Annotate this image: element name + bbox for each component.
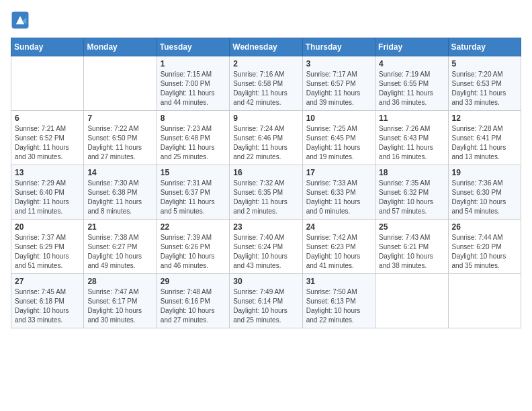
day-number: 11 [379, 113, 444, 123]
day-info: Sunrise: 7:49 AM Sunset: 6:14 PM Dayligh… [233, 287, 298, 325]
day-info: Sunrise: 7:22 AM Sunset: 6:50 PM Dayligh… [87, 124, 152, 162]
day-info: Sunrise: 7:33 AM Sunset: 6:33 PM Dayligh… [306, 179, 371, 216]
day-info: Sunrise: 7:26 AM Sunset: 6:43 PM Dayligh… [379, 124, 444, 162]
calendar-week-2: 6Sunrise: 7:21 AM Sunset: 6:52 PM Daylig… [11, 111, 521, 165]
day-info: Sunrise: 7:24 AM Sunset: 6:46 PM Dayligh… [233, 124, 298, 162]
day-number: 3 [306, 59, 371, 68]
day-info: Sunrise: 7:20 AM Sunset: 6:53 PM Dayligh… [452, 70, 517, 107]
day-number: 21 [87, 222, 152, 232]
calendar-cell: 29Sunrise: 7:48 AM Sunset: 6:16 PM Dayli… [157, 274, 229, 328]
day-number: 28 [87, 277, 152, 286]
calendar-cell: 15Sunrise: 7:31 AM Sunset: 6:37 PM Dayli… [157, 165, 229, 220]
day-info: Sunrise: 7:37 AM Sunset: 6:29 PM Dayligh… [15, 233, 80, 271]
day-number: 14 [87, 168, 152, 177]
column-header-friday: Friday [375, 38, 448, 56]
day-info: Sunrise: 7:43 AM Sunset: 6:21 PM Dayligh… [379, 233, 444, 271]
calendar-cell: 28Sunrise: 7:47 AM Sunset: 6:17 PM Dayli… [84, 274, 157, 328]
day-info: Sunrise: 7:38 AM Sunset: 6:27 PM Dayligh… [87, 233, 152, 271]
day-info: Sunrise: 7:36 AM Sunset: 6:30 PM Dayligh… [452, 179, 517, 216]
logo-icon [11, 11, 30, 30]
day-number: 20 [15, 222, 80, 232]
page-header [11, 11, 521, 30]
day-info: Sunrise: 7:19 AM Sunset: 6:55 PM Dayligh… [379, 70, 444, 107]
day-info: Sunrise: 7:48 AM Sunset: 6:16 PM Dayligh… [161, 287, 226, 325]
day-info: Sunrise: 7:28 AM Sunset: 6:41 PM Dayligh… [452, 124, 517, 162]
calendar-cell [375, 274, 448, 328]
day-number: 8 [161, 113, 226, 123]
calendar-cell: 11Sunrise: 7:26 AM Sunset: 6:43 PM Dayli… [375, 111, 448, 165]
day-number: 29 [161, 277, 226, 286]
day-number: 26 [452, 222, 517, 232]
day-number: 4 [379, 59, 444, 68]
day-number: 12 [452, 113, 517, 123]
calendar-cell [11, 56, 84, 111]
day-number: 27 [15, 277, 80, 286]
calendar-cell [448, 274, 521, 328]
calendar-cell: 18Sunrise: 7:35 AM Sunset: 6:32 PM Dayli… [375, 165, 448, 220]
day-info: Sunrise: 7:42 AM Sunset: 6:23 PM Dayligh… [306, 233, 371, 271]
day-info: Sunrise: 7:31 AM Sunset: 6:37 PM Dayligh… [161, 179, 226, 216]
day-info: Sunrise: 7:21 AM Sunset: 6:52 PM Dayligh… [15, 124, 80, 162]
calendar-week-1: 1Sunrise: 7:15 AM Sunset: 7:00 PM Daylig… [11, 56, 521, 111]
day-info: Sunrise: 7:50 AM Sunset: 6:13 PM Dayligh… [306, 287, 371, 325]
calendar-cell: 8Sunrise: 7:23 AM Sunset: 6:48 PM Daylig… [157, 111, 229, 165]
day-info: Sunrise: 7:16 AM Sunset: 6:58 PM Dayligh… [233, 70, 298, 107]
day-info: Sunrise: 7:47 AM Sunset: 6:17 PM Dayligh… [87, 287, 152, 325]
calendar-cell: 3Sunrise: 7:17 AM Sunset: 6:57 PM Daylig… [302, 56, 375, 111]
day-number: 19 [452, 168, 517, 177]
day-number: 17 [306, 168, 371, 177]
calendar-cell: 19Sunrise: 7:36 AM Sunset: 6:30 PM Dayli… [448, 165, 521, 220]
day-info: Sunrise: 7:15 AM Sunset: 7:00 PM Dayligh… [161, 70, 226, 107]
calendar-cell: 2Sunrise: 7:16 AM Sunset: 6:58 PM Daylig… [230, 56, 302, 111]
calendar-cell: 30Sunrise: 7:49 AM Sunset: 6:14 PM Dayli… [230, 274, 302, 328]
calendar-cell: 22Sunrise: 7:39 AM Sunset: 6:26 PM Dayli… [157, 220, 229, 274]
calendar-table: SundayMondayTuesdayWednesdayThursdayFrid… [11, 38, 521, 328]
calendar-cell: 4Sunrise: 7:19 AM Sunset: 6:55 PM Daylig… [375, 56, 448, 111]
day-number: 18 [379, 168, 444, 177]
calendar-cell: 25Sunrise: 7:43 AM Sunset: 6:21 PM Dayli… [375, 220, 448, 274]
day-info: Sunrise: 7:25 AM Sunset: 6:45 PM Dayligh… [306, 124, 371, 162]
day-info: Sunrise: 7:44 AM Sunset: 6:20 PM Dayligh… [452, 233, 517, 271]
calendar-week-4: 20Sunrise: 7:37 AM Sunset: 6:29 PM Dayli… [11, 220, 521, 274]
day-info: Sunrise: 7:23 AM Sunset: 6:48 PM Dayligh… [161, 124, 226, 162]
day-number: 22 [161, 222, 226, 232]
calendar-week-5: 27Sunrise: 7:45 AM Sunset: 6:18 PM Dayli… [11, 274, 521, 328]
day-number: 24 [306, 222, 371, 232]
day-number: 2 [233, 59, 298, 68]
calendar-cell: 1Sunrise: 7:15 AM Sunset: 7:00 PM Daylig… [157, 56, 229, 111]
calendar-week-3: 13Sunrise: 7:29 AM Sunset: 6:40 PM Dayli… [11, 165, 521, 220]
day-number: 7 [87, 113, 152, 123]
calendar-cell: 5Sunrise: 7:20 AM Sunset: 6:53 PM Daylig… [448, 56, 521, 111]
calendar-cell: 20Sunrise: 7:37 AM Sunset: 6:29 PM Dayli… [11, 220, 84, 274]
calendar-cell: 31Sunrise: 7:50 AM Sunset: 6:13 PM Dayli… [302, 274, 375, 328]
logo [11, 11, 32, 30]
day-info: Sunrise: 7:30 AM Sunset: 6:38 PM Dayligh… [87, 179, 152, 216]
calendar-cell: 6Sunrise: 7:21 AM Sunset: 6:52 PM Daylig… [11, 111, 84, 165]
calendar-cell: 16Sunrise: 7:32 AM Sunset: 6:35 PM Dayli… [230, 165, 302, 220]
day-info: Sunrise: 7:39 AM Sunset: 6:26 PM Dayligh… [161, 233, 226, 271]
column-header-wednesday: Wednesday [230, 38, 302, 56]
calendar-cell: 23Sunrise: 7:40 AM Sunset: 6:24 PM Dayli… [230, 220, 302, 274]
column-header-monday: Monday [84, 38, 157, 56]
calendar-cell: 10Sunrise: 7:25 AM Sunset: 6:45 PM Dayli… [302, 111, 375, 165]
calendar-cell: 17Sunrise: 7:33 AM Sunset: 6:33 PM Dayli… [302, 165, 375, 220]
calendar-cell: 13Sunrise: 7:29 AM Sunset: 6:40 PM Dayli… [11, 165, 84, 220]
calendar-cell: 7Sunrise: 7:22 AM Sunset: 6:50 PM Daylig… [84, 111, 157, 165]
day-info: Sunrise: 7:45 AM Sunset: 6:18 PM Dayligh… [15, 287, 80, 325]
day-number: 1 [161, 59, 226, 68]
day-number: 31 [306, 277, 371, 286]
day-number: 16 [233, 168, 298, 177]
calendar-cell: 14Sunrise: 7:30 AM Sunset: 6:38 PM Dayli… [84, 165, 157, 220]
calendar-cell: 12Sunrise: 7:28 AM Sunset: 6:41 PM Dayli… [448, 111, 521, 165]
day-number: 10 [306, 113, 371, 123]
day-number: 9 [233, 113, 298, 123]
calendar-cell: 27Sunrise: 7:45 AM Sunset: 6:18 PM Dayli… [11, 274, 84, 328]
calendar-cell: 24Sunrise: 7:42 AM Sunset: 6:23 PM Dayli… [302, 220, 375, 274]
day-number: 5 [452, 59, 517, 68]
day-info: Sunrise: 7:40 AM Sunset: 6:24 PM Dayligh… [233, 233, 298, 271]
day-info: Sunrise: 7:32 AM Sunset: 6:35 PM Dayligh… [233, 179, 298, 216]
column-header-thursday: Thursday [302, 38, 375, 56]
day-number: 6 [15, 113, 80, 123]
day-info: Sunrise: 7:17 AM Sunset: 6:57 PM Dayligh… [306, 70, 371, 107]
day-number: 13 [15, 168, 80, 177]
